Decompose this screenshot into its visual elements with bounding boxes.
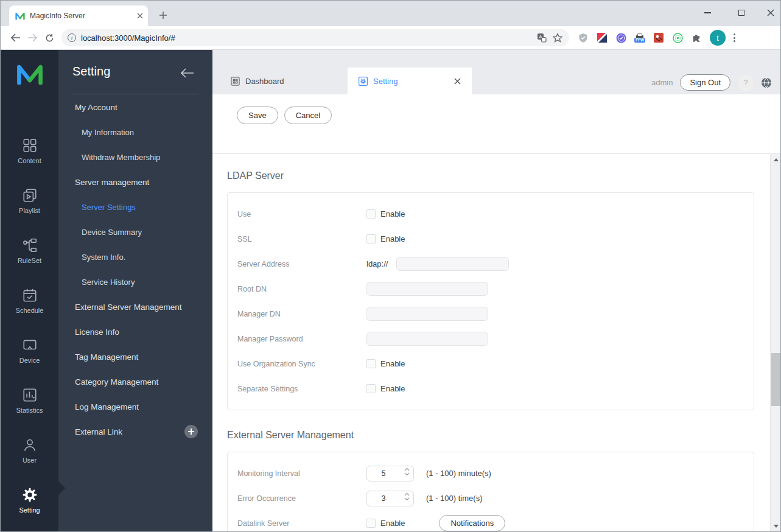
header-user-area: admin Sign Out ?: [651, 74, 772, 91]
form-row: Datalink Server Enable Notifications: [228, 511, 754, 531]
menu-external-server-management[interactable]: External Server Management: [58, 295, 212, 320]
green-rings-extension-icon[interactable]: [672, 32, 683, 43]
tab-close-icon[interactable]: [137, 13, 143, 19]
add-external-link-icon[interactable]: [184, 425, 198, 438]
url-text[interactable]: localhost:3000/MagicInfo/#: [81, 33, 536, 43]
bookmark-star-icon[interactable]: [552, 32, 563, 43]
device-display-icon: [22, 337, 38, 353]
stepper-arrows-icon[interactable]: [404, 467, 410, 476]
form-row: Use Enable: [228, 201, 754, 226]
setting-gear-icon: [22, 487, 38, 503]
user-person-icon: [22, 437, 38, 453]
setting-tab-gear-icon: [359, 77, 368, 86]
form-row: Separate Settings Enable: [228, 376, 754, 401]
ldap-card: Use Enable SSL Enable: [227, 192, 754, 410]
ffw-extension-icon[interactable]: FFW: [634, 32, 645, 43]
stepper-arrows-icon[interactable]: [404, 492, 410, 501]
form-actions: Save Cancel: [212, 94, 780, 154]
new-tab-button[interactable]: [155, 7, 171, 23]
sidebar-item-ruleset[interactable]: RuleSet: [1, 237, 58, 266]
server-address-input[interactable]: [396, 257, 509, 271]
sidebar-item-content[interactable]: Content: [1, 138, 58, 166]
translate-icon[interactable]: A: [536, 32, 547, 43]
extensions-puzzle-icon[interactable]: [691, 32, 702, 43]
ldap-ssl-checkbox[interactable]: [366, 234, 376, 243]
ldap-use-checkbox[interactable]: [366, 209, 376, 219]
setting-menu-sidebar: Setting My Account My Information Withdr…: [58, 50, 212, 531]
form-row: Monitoring Interval (1 - 100) minute: [228, 461, 754, 486]
menu-service-history[interactable]: Service History: [58, 270, 212, 295]
browser-profile-avatar[interactable]: t: [710, 30, 726, 46]
range-hint: (1 - 100) time(s): [426, 494, 482, 503]
field-label: Use Organization Sync: [228, 360, 366, 368]
reload-icon[interactable]: [41, 29, 58, 46]
save-button[interactable]: Save: [237, 107, 278, 124]
sidebar-item-user[interactable]: User: [1, 437, 58, 466]
schedule-calendar-icon: [22, 287, 38, 303]
notifications-button[interactable]: Notifications: [439, 515, 505, 531]
scrollbar-up-icon[interactable]: [771, 155, 780, 164]
menu-log-management[interactable]: Log Management: [58, 394, 212, 419]
window-maximize-button[interactable]: [733, 4, 750, 21]
window-minimize-button[interactable]: [699, 4, 716, 21]
menu-my-account[interactable]: My Account: [58, 95, 212, 120]
enable-label: Enable: [380, 209, 405, 219]
separate-settings-checkbox[interactable]: [366, 384, 376, 393]
field-label: Manager DN: [228, 310, 366, 318]
menu-category-management[interactable]: Category Management: [58, 369, 212, 394]
menu-server-settings[interactable]: Server Settings: [58, 195, 212, 220]
site-info-icon[interactable]: i: [68, 33, 76, 42]
scrollbar-thumb[interactable]: [771, 353, 780, 406]
browser-menu-icon[interactable]: [734, 33, 735, 42]
sidebar-collapse-icon[interactable]: [181, 68, 194, 78]
sign-out-button[interactable]: Sign Out: [680, 74, 730, 91]
favicon-magicinfo-icon: [15, 12, 25, 20]
magicinfo-logo-icon[interactable]: [16, 61, 43, 86]
field-label: Server Address: [228, 260, 366, 268]
tab-dashboard[interactable]: Dashboard: [220, 68, 348, 94]
purple-badge-extension-icon[interactable]: [615, 32, 626, 43]
playlist-icon: [22, 187, 38, 203]
cancel-button[interactable]: Cancel: [284, 107, 332, 124]
manager-dn-input[interactable]: [366, 307, 488, 321]
field-label: Root DN: [228, 285, 366, 293]
red-square-extension-icon[interactable]: [653, 32, 664, 43]
menu-system-info[interactable]: System Info.: [58, 245, 212, 270]
sidebar-item-playlist[interactable]: Playlist: [1, 187, 58, 216]
red-navy-extension-icon[interactable]: [597, 32, 608, 43]
scrollbar-down-icon[interactable]: [771, 521, 780, 531]
sidebar-item-device[interactable]: Device: [1, 337, 58, 366]
error-occurrence-stepper[interactable]: [366, 491, 414, 506]
menu-server-management[interactable]: Server management: [58, 170, 212, 195]
root-dn-input[interactable]: [366, 282, 488, 296]
window-close-button[interactable]: [767, 9, 774, 16]
help-button[interactable]: ?: [738, 75, 754, 91]
address-bar[interactable]: i localhost:3000/MagicInfo/# A: [61, 29, 569, 46]
sidebar-item-setting[interactable]: Setting: [1, 487, 58, 516]
browser-tab[interactable]: MagicInfo Server: [9, 5, 148, 26]
language-globe-icon[interactable]: [761, 77, 772, 88]
menu-tag-management[interactable]: Tag Management: [58, 345, 212, 369]
monitoring-interval-stepper[interactable]: [366, 466, 414, 481]
menu-withdraw-membership[interactable]: Withdraw Membership: [58, 145, 212, 170]
form-row: Use Organization Sync Enable: [228, 351, 754, 376]
org-sync-checkbox[interactable]: [366, 359, 376, 368]
menu-device-summary[interactable]: Device Summary: [58, 220, 212, 245]
forward-icon[interactable]: [24, 29, 41, 46]
statistics-chart-icon: [22, 387, 38, 403]
sidebar-item-schedule[interactable]: Schedule: [1, 287, 58, 316]
field-label: SSL: [228, 235, 366, 243]
sidebar-item-statistics[interactable]: Statistics: [1, 387, 58, 416]
menu-external-link[interactable]: External Link: [58, 419, 212, 444]
tab-setting-close-icon[interactable]: [454, 78, 461, 85]
menu-my-information[interactable]: My Information: [58, 120, 212, 145]
icon-sidebar: Content Playlist: [1, 50, 58, 531]
datalink-enable-checkbox[interactable]: [366, 519, 376, 528]
content-scrollbar[interactable]: [770, 154, 780, 531]
manager-password-input[interactable]: [366, 332, 488, 346]
menu-license-info[interactable]: License Info: [58, 320, 212, 345]
back-icon[interactable]: [7, 29, 24, 46]
tab-setting[interactable]: Setting: [348, 68, 472, 94]
sidebar-divider: [72, 94, 198, 94]
shield-extension-icon[interactable]: [578, 32, 589, 43]
